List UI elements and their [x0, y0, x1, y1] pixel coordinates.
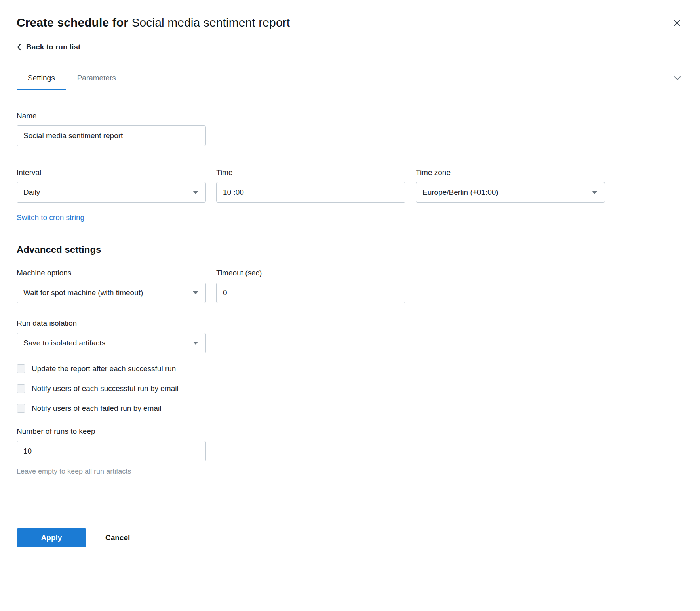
interval-select[interactable]: Daily: [17, 182, 206, 203]
title-report-name: Social media sentiment report: [131, 16, 290, 29]
back-to-run-list-link[interactable]: Back to run list: [17, 43, 80, 51]
back-link-label: Back to run list: [26, 43, 80, 51]
machine-options-field-group: Machine options Wait for spot machine (w…: [17, 269, 206, 303]
runs-to-keep-help-text: Leave empty to keep all run artifacts: [17, 467, 683, 476]
advanced-settings-heading: Advanced settings: [17, 244, 683, 255]
chevron-left-icon: [17, 44, 21, 51]
timeout-label: Timeout (sec): [216, 269, 405, 277]
notify-success-checkbox-row[interactable]: Notify users of each successful run by e…: [17, 384, 179, 393]
caret-down-icon: [193, 291, 198, 294]
apply-button[interactable]: Apply: [17, 528, 86, 547]
interval-field-group: Interval Daily: [17, 168, 206, 203]
caret-down-icon: [193, 191, 198, 194]
caret-down-icon: [592, 191, 597, 194]
machine-options-select[interactable]: Wait for spot machine (with timeout): [17, 283, 206, 303]
tab-bar: Settings Parameters: [17, 70, 683, 90]
tab-parameters[interactable]: Parameters: [66, 70, 127, 90]
name-input[interactable]: [17, 125, 206, 146]
interval-value: Daily: [23, 188, 40, 197]
page-title: Create schedule for Social media sentime…: [17, 16, 290, 29]
schedule-row: Interval Daily Time Time zone Europe/Ber…: [17, 168, 683, 203]
machine-options-label: Machine options: [17, 269, 206, 277]
close-icon: [673, 19, 681, 27]
timezone-value: Europe/Berlin (+01:00): [422, 188, 498, 197]
run-data-isolation-label: Run data isolation: [17, 319, 683, 328]
dialog-header: Create schedule for Social media sentime…: [17, 0, 683, 29]
runs-to-keep-input[interactable]: [17, 441, 206, 461]
switch-to-cron-link[interactable]: Switch to cron string: [17, 213, 84, 222]
run-data-isolation-field-group: Run data isolation Save to isolated arti…: [17, 319, 683, 353]
update-report-checkbox-row[interactable]: Update the report after each successful …: [17, 364, 176, 373]
machine-options-value: Wait for spot machine (with timeout): [23, 288, 143, 297]
update-report-checkbox-label: Update the report after each successful …: [32, 364, 176, 373]
cancel-button[interactable]: Cancel: [99, 533, 136, 542]
time-label: Time: [216, 168, 405, 177]
notify-failed-checkbox-row[interactable]: Notify users of each failed run by email: [17, 404, 161, 413]
timezone-select[interactable]: Europe/Berlin (+01:00): [416, 182, 605, 203]
timezone-field-group: Time zone Europe/Berlin (+01:00): [416, 168, 605, 203]
name-field-group: Name: [17, 112, 683, 146]
runs-to-keep-field-group: Number of runs to keep Leave empty to ke…: [17, 427, 683, 476]
chevron-down-icon[interactable]: [674, 76, 683, 85]
dialog-footer: Apply Cancel: [0, 513, 700, 547]
time-field-group: Time: [216, 168, 405, 203]
runs-to-keep-label: Number of runs to keep: [17, 427, 683, 436]
title-action: Create schedule for: [17, 16, 128, 29]
name-label: Name: [17, 112, 683, 120]
notify-success-checkbox-label: Notify users of each successful run by e…: [32, 384, 179, 393]
close-button[interactable]: [671, 17, 683, 29]
run-data-isolation-value: Save to isolated artifacts: [23, 339, 105, 347]
machine-row: Machine options Wait for spot machine (w…: [17, 269, 683, 303]
notify-success-checkbox[interactable]: [17, 384, 25, 393]
notify-failed-checkbox-label: Notify users of each failed run by email: [32, 404, 161, 413]
create-schedule-dialog: Create schedule for Social media sentime…: [0, 0, 700, 547]
caret-down-icon: [193, 342, 198, 345]
tab-settings[interactable]: Settings: [17, 70, 66, 90]
timeout-field-group: Timeout (sec): [216, 269, 405, 303]
time-input[interactable]: [216, 182, 405, 203]
update-report-checkbox[interactable]: [17, 364, 25, 373]
timezone-label: Time zone: [416, 168, 605, 177]
run-data-isolation-select[interactable]: Save to isolated artifacts: [17, 333, 206, 353]
interval-label: Interval: [17, 168, 206, 177]
timeout-input[interactable]: [216, 283, 405, 303]
notify-failed-checkbox[interactable]: [17, 404, 25, 413]
